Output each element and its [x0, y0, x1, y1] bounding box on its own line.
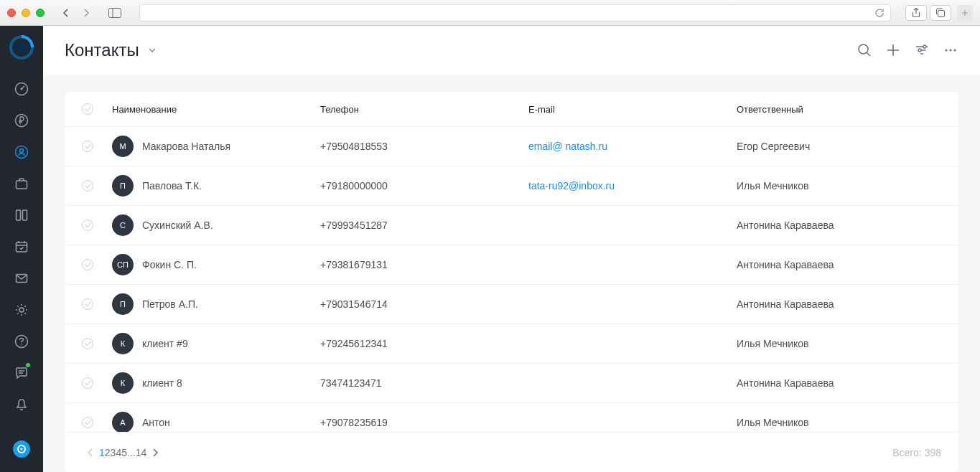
contact-name[interactable]: клиент #9 [142, 338, 188, 349]
row-check-cell[interactable] [65, 324, 103, 364]
sidebar-item-chat[interactable] [7, 359, 36, 387]
contact-name[interactable]: Антон [142, 417, 170, 428]
contact-phone[interactable]: +79504818553 [312, 127, 520, 166]
contact-phone[interactable]: +79245612341 [312, 324, 520, 364]
new-tab-button[interactable] [957, 5, 973, 21]
table-header-row: Наименование Телефон E-mail Ответственны… [65, 92, 958, 127]
row-email-cell [520, 324, 728, 364]
window-minimize-button[interactable] [22, 9, 30, 17]
app-container: Контакты [0, 26, 980, 472]
table-row[interactable]: П Павлова Т.К. +79180000000 tata-ru92@in… [65, 166, 958, 206]
check-icon [82, 259, 93, 270]
svg-rect-10 [17, 181, 27, 189]
row-check-cell[interactable] [65, 206, 103, 245]
page-next[interactable] [146, 448, 164, 457]
contacts-table: Наименование Телефон E-mail Ответственны… [65, 92, 958, 432]
app-logo[interactable] [9, 34, 34, 60]
sidebar-item-calendar[interactable] [7, 232, 36, 261]
avatar: СП [112, 254, 134, 275]
column-header-phone[interactable]: Телефон [312, 92, 520, 127]
page-number[interactable]: 2 [105, 447, 111, 458]
window-close-button[interactable] [7, 9, 16, 17]
chevron-down-icon [148, 46, 157, 55]
row-check-cell[interactable] [65, 403, 103, 433]
column-header-name[interactable]: Наименование [103, 92, 312, 127]
page-number[interactable]: 5 [121, 447, 127, 458]
row-check-cell[interactable] [65, 127, 103, 166]
sidebar-item-contacts[interactable] [7, 138, 36, 166]
row-name-cell: СП Фокин С. П. [103, 245, 312, 285]
svg-rect-2 [938, 10, 945, 16]
table-row[interactable]: СП Фокин С. П. +79381679131 Антонина Кар… [65, 245, 958, 285]
column-header-owner[interactable]: Ответственный [728, 92, 958, 127]
page-number[interactable]: 14 [136, 447, 147, 458]
window-maximize-button[interactable] [36, 9, 45, 17]
table-row[interactable]: К клиент #9 +79245612341 Илья Мечников [65, 324, 958, 364]
dots-icon [943, 42, 958, 58]
svg-point-22 [923, 45, 926, 48]
contact-name[interactable]: Сухинский А.В. [142, 220, 213, 231]
search-button[interactable] [857, 42, 872, 58]
row-email-cell: email@ natash.ru [520, 127, 728, 166]
row-email-cell: tata-ru92@inbox.ru [520, 166, 728, 206]
row-name-cell: К клиент #9 [103, 324, 312, 364]
contact-owner: Антонина Караваева [728, 364, 958, 403]
row-check-cell[interactable] [65, 166, 103, 206]
reload-icon[interactable] [874, 8, 885, 18]
browser-url-bar[interactable] [139, 4, 891, 22]
more-button[interactable] [943, 42, 958, 58]
sidebar-item-dashboard[interactable] [7, 75, 36, 103]
add-button[interactable] [885, 42, 901, 58]
sidebar-item-settings[interactable] [7, 296, 36, 324]
sidebar-item-help[interactable] [7, 327, 36, 356]
contact-phone[interactable]: +79078235619 [312, 403, 520, 433]
row-check-cell[interactable] [65, 364, 103, 403]
table-row[interactable]: К клиент 8 73474123471 Антонина Караваев… [65, 364, 958, 403]
tabs-button[interactable] [930, 5, 951, 21]
contact-name[interactable]: Фокин С. П. [142, 259, 197, 270]
contact-email[interactable]: tata-ru92@inbox.ru [528, 180, 615, 192]
column-header-check[interactable] [65, 92, 103, 127]
row-check-cell[interactable] [65, 245, 103, 285]
table-row[interactable]: П Петров А.П. +79031546714 Антонина Кара… [65, 285, 958, 324]
contact-name[interactable]: Макарова Наталья [142, 141, 230, 152]
browser-right-actions [905, 5, 973, 21]
plus-icon [885, 42, 901, 58]
contact-phone[interactable]: +79180000000 [312, 166, 520, 206]
check-icon [82, 141, 93, 152]
sidebar-item-notifications[interactable] [7, 390, 36, 419]
table-row[interactable]: А Антон +79078235619 Илья Мечников [65, 403, 958, 433]
contact-phone[interactable]: +79381679131 [312, 245, 520, 285]
table-container[interactable]: Наименование Телефон E-mail Ответственны… [65, 92, 958, 432]
browser-back-button[interactable] [56, 5, 76, 21]
sidebar-item-deals[interactable] [7, 169, 36, 198]
contact-phone[interactable]: +79993451287 [312, 206, 520, 245]
sidebar-item-mail[interactable] [7, 264, 36, 293]
page-prev[interactable] [82, 448, 99, 457]
page-title-wrapper[interactable]: Контакты [65, 40, 157, 60]
page-number[interactable]: 1 [99, 447, 105, 458]
table-row[interactable]: С Сухинский А.В. +79993451287 Антонина К… [65, 206, 958, 245]
table-row[interactable]: М Макарова Наталья +79504818553 email@ n… [65, 127, 958, 166]
columns-icon [14, 208, 29, 222]
sidebar-item-finance[interactable] [7, 106, 36, 135]
contact-name[interactable]: клиент 8 [142, 377, 182, 389]
browser-sidebar-toggle[interactable] [105, 5, 125, 21]
contact-name[interactable]: Павлова Т.К. [142, 180, 202, 192]
svg-point-26 [953, 49, 956, 51]
sidebar-item-kanban[interactable] [7, 201, 36, 230]
filter-button[interactable] [914, 42, 930, 58]
column-header-email[interactable]: E-mail [520, 92, 728, 127]
help-icon [14, 334, 29, 349]
row-check-cell[interactable] [65, 285, 103, 324]
browser-forward-button[interactable] [76, 5, 96, 21]
row-email-cell [520, 206, 728, 245]
page-header: Контакты [43, 26, 980, 75]
share-button[interactable] [905, 5, 927, 21]
svg-rect-0 [109, 8, 121, 17]
sidebar-item-target[interactable] [7, 435, 36, 463]
contact-name[interactable]: Петров А.П. [142, 298, 198, 310]
contact-phone[interactable]: 73474123471 [312, 364, 520, 403]
contact-email[interactable]: email@ natash.ru [528, 141, 607, 152]
contact-phone[interactable]: +79031546714 [312, 285, 520, 324]
